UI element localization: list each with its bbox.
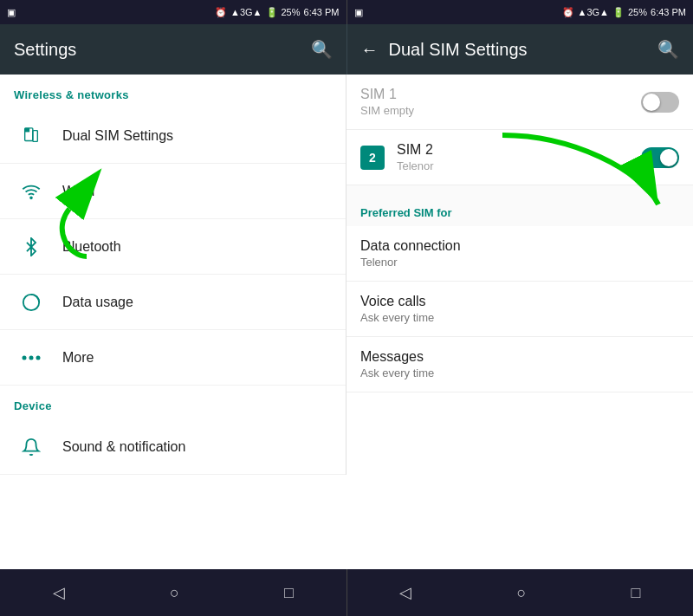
sidebar-item-wifi[interactable]: Wi-Fi	[0, 164, 346, 219]
svg-rect-1	[25, 127, 30, 132]
sim1-section: SIM 1 SIM empty 2 SIM 2 Telenor	[346, 75, 693, 185]
battery-percent-left: 25%	[282, 7, 301, 17]
battery-icon-right: 🔋	[612, 7, 625, 18]
bottom-nav-left: ◁ ○ □	[0, 569, 346, 616]
back-nav-right[interactable]: ◁	[385, 576, 425, 609]
battery-percent-right: 25%	[628, 7, 647, 17]
sound-label: Sound & notification	[62, 439, 185, 455]
sim1-info: SIM 1 SIM empty	[360, 87, 641, 117]
dual-sim-search-icon[interactable]: 🔍	[657, 39, 679, 60]
bluetooth-label: Bluetooth	[62, 239, 121, 255]
sim1-title: SIM 1	[360, 87, 641, 102]
right-panel-wrapper: SIM 1 SIM empty 2 SIM 2 Telenor	[346, 75, 693, 569]
voice-calls-title: Voice calls	[360, 294, 679, 309]
status-bar-left: ▣ ⏰ ▲3G▲ 🔋 25% 6:43 PM	[0, 0, 346, 24]
sim2-toggle[interactable]	[641, 147, 679, 168]
status-bar-right-right: ⏰ ▲3G▲ 🔋 25% 6:43 PM	[562, 7, 686, 18]
sidebar-item-data-usage[interactable]: Data usage	[0, 275, 346, 330]
sidebar-item-bluetooth[interactable]: Bluetooth	[0, 219, 346, 275]
wifi-icon	[14, 182, 49, 201]
svg-point-6	[29, 355, 34, 360]
status-bars: ▣ ⏰ ▲3G▲ 🔋 25% 6:43 PM ▣ ⏰ ▲3G▲ 🔋 25% 6:…	[0, 0, 693, 24]
svg-point-3	[30, 197, 32, 198]
left-panel-wrapper: Wireless & networks Dual SIM Settings	[0, 75, 346, 569]
status-bar-left-right: ⏰ ▲3G▲ 🔋 25% 6:43 PM	[215, 7, 339, 18]
data-usage-icon	[14, 293, 49, 312]
sim1-toggle[interactable]	[641, 92, 679, 113]
sim2-badge: 2	[360, 146, 385, 170]
sim2-title: SIM 2	[397, 142, 641, 158]
svg-point-5	[23, 355, 27, 360]
data-connection-subtitle: Telenor	[360, 256, 679, 269]
alarm-icon-right: ⏰	[562, 7, 574, 18]
back-nav-left[interactable]: ◁	[39, 576, 79, 609]
messages-subtitle: Ask every time	[360, 366, 679, 379]
home-nav-left[interactable]: ○	[156, 577, 193, 609]
screenshot-icon-right: ▣	[354, 7, 363, 18]
sim1-subtitle: SIM empty	[360, 104, 641, 117]
more-label: More	[62, 350, 94, 366]
sidebar-item-sound[interactable]: Sound & notification	[0, 419, 346, 475]
dual-sim-label: Dual SIM Settings	[62, 128, 173, 144]
settings-search-icon[interactable]: 🔍	[311, 39, 333, 60]
sim2-row: 2 SIM 2 Telenor	[346, 130, 693, 185]
preferred-sim-header: Preferred SIM for	[346, 192, 693, 226]
sim2-toggle-knob	[660, 149, 677, 166]
svg-point-7	[36, 355, 41, 360]
main-content: Wireless & networks Dual SIM Settings	[0, 75, 693, 569]
settings-panel: Wireless & networks Dual SIM Settings	[0, 75, 346, 475]
time-left: 6:43 PM	[304, 7, 340, 17]
sidebar-item-more[interactable]: More	[0, 330, 346, 386]
back-button[interactable]: ←	[361, 40, 379, 60]
messages-title: Messages	[360, 349, 679, 365]
svg-rect-2	[33, 130, 38, 141]
settings-title: Settings	[14, 40, 311, 60]
alarm-icon: ⏰	[215, 7, 227, 18]
more-icon	[14, 355, 49, 360]
bottom-nav-right: ◁ ○ □	[347, 569, 694, 616]
dual-sim-icon	[14, 126, 49, 146]
bottom-navs: ◁ ○ □ ◁ ○ □	[0, 569, 693, 616]
sim2-info: SIM 2 Telenor	[397, 142, 641, 172]
time-right: 6:43 PM	[651, 7, 686, 17]
battery-icon: 🔋	[266, 7, 278, 18]
app-bar-right: ← Dual SIM Settings 🔍	[347, 24, 694, 75]
messages-row[interactable]: Messages Ask every time	[346, 337, 693, 392]
sim1-row: SIM 1 SIM empty	[346, 75, 693, 130]
data-connection-row[interactable]: Data connection Telenor	[346, 226, 693, 282]
app-bars: Settings 🔍 ← Dual SIM Settings 🔍	[0, 24, 693, 75]
sound-icon	[14, 438, 49, 457]
sim2-subtitle: Telenor	[397, 159, 641, 172]
status-bar-right: ▣ ⏰ ▲3G▲ 🔋 25% 6:43 PM	[347, 0, 694, 24]
home-nav-right[interactable]: ○	[502, 577, 540, 609]
sidebar-item-dual-sim[interactable]: Dual SIM Settings	[0, 108, 346, 164]
status-bar-left-icons: ▣	[7, 7, 16, 18]
status-bar-right-icons: ▣	[354, 7, 363, 18]
screenshot-icon: ▣	[7, 7, 16, 18]
signal-icon-right: ▲3G▲	[578, 7, 609, 17]
voice-calls-subtitle: Ask every time	[360, 311, 679, 324]
app-bar-left: Settings 🔍	[0, 24, 346, 75]
bluetooth-icon	[14, 237, 49, 256]
wireless-networks-header: Wireless & networks	[0, 75, 346, 108]
data-connection-title: Data connection	[360, 238, 679, 254]
device-header: Device	[0, 386, 346, 419]
signal-icon: ▲3G▲	[230, 7, 262, 17]
recent-nav-right[interactable]: □	[618, 577, 655, 609]
recent-nav-left[interactable]: □	[270, 577, 308, 609]
dual-sim-title: Dual SIM Settings	[389, 40, 658, 60]
data-usage-label: Data usage	[62, 295, 133, 310]
sim1-toggle-knob	[643, 94, 660, 111]
wifi-label: Wi-Fi	[62, 184, 94, 199]
sim-panel: SIM 1 SIM empty 2 SIM 2 Telenor	[346, 75, 693, 392]
voice-calls-row[interactable]: Voice calls Ask every time	[346, 282, 693, 337]
